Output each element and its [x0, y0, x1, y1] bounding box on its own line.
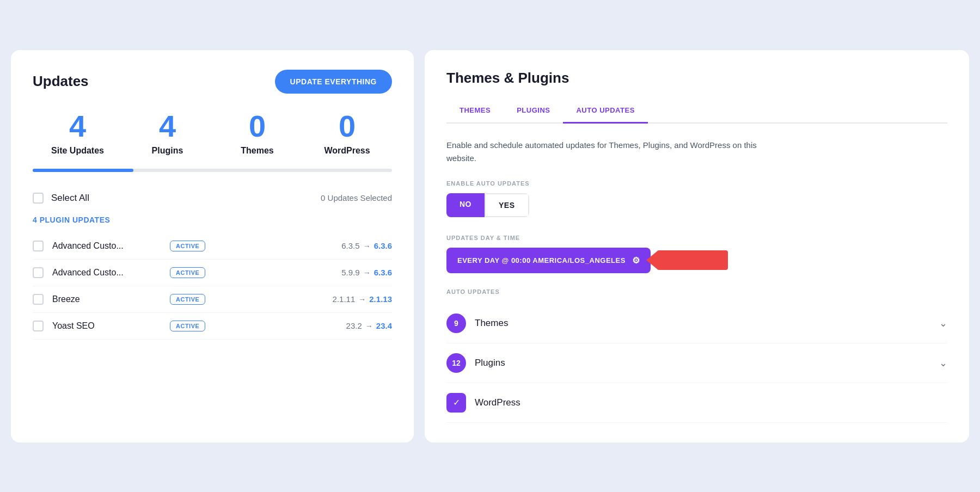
- version-info: 23.2 → 23.4: [346, 321, 392, 330]
- main-container: Updates UPDATE EVERYTHING 4 Site Updates…: [11, 50, 969, 442]
- stat-number: 0: [302, 111, 392, 142]
- stat-label: WordPress: [302, 146, 392, 156]
- version-to: 6.3.6: [374, 241, 392, 250]
- plugin-checkbox[interactable]: [33, 294, 44, 305]
- auto-update-name: Plugins: [475, 358, 505, 368]
- auto-update-left: 9 Themes: [446, 313, 508, 333]
- version-from: 2.1.11: [333, 294, 356, 304]
- active-badge: ACTIVE: [170, 294, 205, 305]
- right-panel-title: Themes & Plugins: [446, 70, 947, 87]
- progress-bar: [33, 169, 392, 172]
- stat-number: 0: [212, 111, 302, 142]
- description-text: Enable and schedule automated updates fo…: [446, 139, 762, 165]
- select-all-label: Select All: [51, 193, 89, 204]
- arrow-indicator: [657, 250, 728, 270]
- active-badge: ACTIVE: [170, 321, 205, 331]
- plugin-name: Yoast SEO: [52, 321, 161, 331]
- auto-updates-label: AUTO UPDATES: [446, 288, 947, 295]
- plugin-row: Advanced Custo... ACTIVE 6.3.5 → 6.3.6: [33, 233, 392, 260]
- version-to: 23.4: [376, 321, 392, 330]
- plugin-row: Advanced Custo... ACTIVE 5.9.9 → 6.3.6: [33, 260, 392, 286]
- chevron-down-icon[interactable]: ⌄: [939, 357, 947, 369]
- updates-selected-count: 0 Updates Selected: [321, 193, 392, 202]
- stat-item: 4 Site Updates: [33, 111, 122, 156]
- updates-panel: Updates UPDATE EVERYTHING 4 Site Updates…: [11, 50, 414, 442]
- plugin-checkbox[interactable]: [33, 267, 44, 278]
- plugin-row: Yoast SEO ACTIVE 23.2 → 23.4: [33, 313, 392, 340]
- red-arrow: [657, 250, 728, 270]
- toggle-group: NO YES: [446, 193, 529, 217]
- active-badge: ACTIVE: [170, 241, 205, 251]
- page-title: Updates: [33, 73, 89, 90]
- auto-update-name: WordPress: [475, 397, 520, 408]
- toggle-no-button[interactable]: NO: [446, 193, 485, 217]
- stats-row: 4 Site Updates 4 Plugins 0 Themes 0 Word…: [33, 111, 392, 156]
- update-everything-button[interactable]: UPDATE EVERYTHING: [275, 70, 392, 94]
- stat-number: 4: [122, 111, 212, 142]
- stat-item: 0 Themes: [212, 111, 302, 156]
- auto-update-name: Themes: [475, 318, 508, 329]
- tab-plugins[interactable]: PLUGINS: [504, 100, 563, 124]
- plugins-list: Advanced Custo... ACTIVE 6.3.5 → 6.3.6 A…: [33, 233, 392, 340]
- count-badge: 12: [446, 353, 466, 373]
- version-info: 2.1.11 → 2.1.13: [333, 294, 392, 304]
- stat-item: 0 WordPress: [302, 111, 392, 156]
- auto-update-item: 9 Themes ⌄: [446, 304, 947, 343]
- version-from: 23.2: [346, 321, 362, 330]
- stat-number: 4: [33, 111, 122, 142]
- themes-plugins-panel: Themes & Plugins THEMESPLUGINSAUTO UPDAT…: [425, 50, 969, 442]
- schedule-text: EVERY DAY @ 00:00 AMERICA/LOS_ANGELES: [457, 256, 626, 265]
- tab-themes[interactable]: THEMES: [446, 100, 504, 124]
- stat-label: Plugins: [122, 146, 212, 156]
- tab-auto-updates[interactable]: AUTO UPDATES: [563, 100, 647, 124]
- auto-update-items-list: 9 Themes ⌄ 12 Plugins ⌄ ✓ WordPress: [446, 304, 947, 423]
- schedule-pill[interactable]: EVERY DAY @ 00:00 AMERICA/LOS_ANGELES ⚙: [446, 248, 651, 273]
- version-from: 6.3.5: [341, 241, 359, 250]
- plugin-checkbox[interactable]: [33, 241, 44, 251]
- check-badge: ✓: [446, 393, 466, 413]
- auto-update-item: 12 Plugins ⌄: [446, 343, 947, 383]
- version-arrow: →: [363, 268, 371, 277]
- plugin-name: Breeze: [52, 294, 161, 304]
- version-info: 6.3.5 → 6.3.6: [341, 241, 392, 250]
- select-all-checkbox[interactable]: [33, 193, 44, 204]
- enable-auto-updates-label: ENABLE AUTO UPDATES: [446, 180, 947, 187]
- version-info: 5.9.9 → 6.3.6: [341, 268, 392, 277]
- plugin-checkbox[interactable]: [33, 321, 44, 331]
- schedule-row: EVERY DAY @ 00:00 AMERICA/LOS_ANGELES ⚙: [446, 248, 947, 273]
- select-all-left: Select All: [33, 193, 89, 204]
- chevron-down-icon[interactable]: ⌄: [939, 317, 947, 329]
- version-arrow: →: [363, 242, 371, 250]
- auto-update-left: ✓ WordPress: [446, 393, 520, 413]
- progress-bar-fill: [33, 169, 133, 172]
- panel-header: Updates UPDATE EVERYTHING: [33, 70, 392, 94]
- version-from: 5.9.9: [341, 268, 359, 277]
- toggle-yes-button[interactable]: YES: [485, 193, 529, 217]
- plugin-name: Advanced Custo...: [52, 241, 161, 251]
- count-badge: 9: [446, 313, 466, 333]
- stat-label: Themes: [212, 146, 302, 156]
- auto-update-item: ✓ WordPress: [446, 383, 947, 423]
- select-all-row: Select All 0 Updates Selected: [33, 187, 392, 209]
- updates-day-time-label: UPDATES DAY & TIME: [446, 235, 947, 241]
- tabs-row: THEMESPLUGINSAUTO UPDATES: [446, 100, 947, 124]
- version-arrow: →: [358, 295, 366, 304]
- plugin-updates-heading: 4 PLUGIN UPDATES: [33, 216, 392, 224]
- stat-label: Site Updates: [33, 146, 122, 156]
- auto-updates-section: AUTO UPDATES 9 Themes ⌄ 12 Plugins ⌄ ✓ W…: [446, 288, 947, 423]
- plugin-row: Breeze ACTIVE 2.1.11 → 2.1.13: [33, 286, 392, 313]
- stat-item: 4 Plugins: [122, 111, 212, 156]
- version-arrow: →: [365, 322, 373, 330]
- version-to: 2.1.13: [369, 294, 392, 304]
- active-badge: ACTIVE: [170, 267, 205, 278]
- gear-icon: ⚙: [632, 255, 640, 266]
- plugin-name: Advanced Custo...: [52, 268, 161, 278]
- version-to: 6.3.6: [374, 268, 392, 277]
- auto-update-left: 12 Plugins: [446, 353, 505, 373]
